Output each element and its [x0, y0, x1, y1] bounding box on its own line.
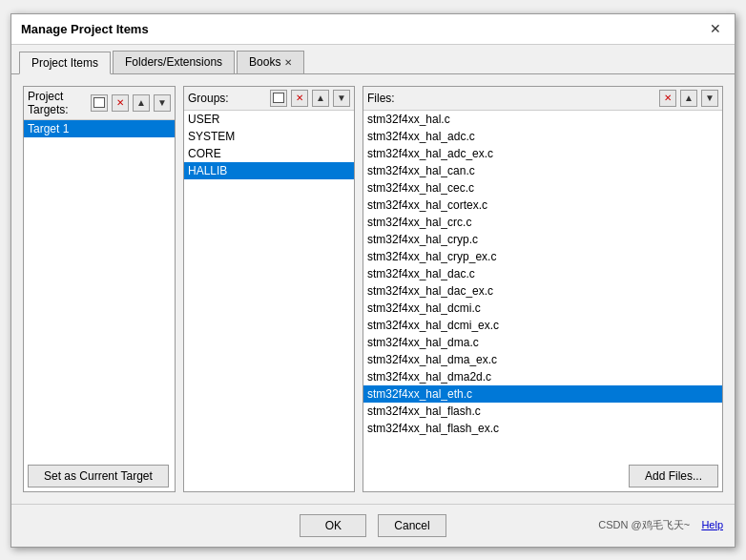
groups-title: Groups: — [188, 92, 266, 105]
watermark-text: CSDN @鸡毛飞天~ Help — [598, 518, 723, 532]
targets-bottom: Set as Current Target — [24, 461, 175, 491]
groups-new-button[interactable] — [270, 90, 287, 107]
file-item[interactable]: stm32f4xx_hal_dac.c — [363, 265, 722, 282]
delete-target-icon — [116, 97, 124, 108]
groups-down-button[interactable] — [333, 90, 350, 107]
file-item[interactable]: stm32f4xx_hal_cec.c — [363, 179, 722, 197]
files-bottom: Add Files... — [363, 461, 722, 491]
groups-header: Groups: — [184, 87, 354, 111]
title-bar: Manage Project Items ✕ — [11, 14, 735, 45]
panels-container: Project Targets: Target 1 — [23, 86, 723, 492]
new-target-icon — [93, 97, 105, 108]
down-file-icon — [705, 93, 715, 103]
up-group-icon — [316, 93, 325, 103]
file-item[interactable]: stm32f4xx_hal_crc.c — [363, 214, 722, 231]
groups-list[interactable]: USERSYSTEMCOREHALLIB — [184, 111, 354, 491]
targets-list[interactable]: Target 1 — [24, 120, 175, 461]
dialog-title: Manage Project Items — [21, 22, 149, 36]
files-up-button[interactable] — [680, 90, 697, 107]
file-item[interactable]: stm32f4xx_hal_dcmi.c — [363, 300, 722, 317]
file-item[interactable]: stm32f4xx_hal_dcmi_ex.c — [363, 317, 722, 334]
groups-delete-button[interactable] — [291, 90, 308, 107]
targets-title: Project Targets: — [28, 90, 87, 116]
file-item[interactable]: stm32f4xx_hal_eth.c — [363, 385, 722, 403]
files-panel: Files: stm32f4xx_hal.cstm32f4xx_hal_adc.… — [363, 86, 723, 492]
targets-down-button[interactable] — [154, 94, 171, 112]
file-item[interactable]: stm32f4xx_hal_dma2d.c — [363, 368, 722, 385]
targets-new-button[interactable] — [91, 94, 108, 112]
file-item[interactable]: stm32f4xx_hal_dma.c — [363, 334, 722, 351]
groups-panel: Groups: USERSYSTEMCOREHALLIB — [183, 86, 355, 492]
up-target-icon — [136, 97, 146, 108]
file-item[interactable]: stm32f4xx_hal_can.c — [363, 162, 722, 179]
ok-button[interactable]: OK — [300, 514, 366, 537]
targets-up-button[interactable] — [133, 94, 150, 112]
files-header: Files: — [363, 87, 722, 111]
help-link[interactable]: Help — [701, 519, 723, 530]
manage-project-items-dialog: Manage Project Items ✕ Project Items Fol… — [10, 13, 736, 548]
files-delete-button[interactable] — [659, 90, 676, 107]
file-item[interactable]: stm32f4xx_hal_adc.c — [363, 128, 722, 145]
files-list[interactable]: stm32f4xx_hal.cstm32f4xx_hal_adc.cstm32f… — [363, 111, 722, 461]
group-item[interactable]: SYSTEM — [184, 128, 354, 145]
file-item[interactable]: stm32f4xx_hal_flash_ex.c — [363, 420, 722, 437]
file-item[interactable]: stm32f4xx_hal_adc_ex.c — [363, 145, 722, 162]
targets-panel: Project Targets: Target 1 — [23, 86, 176, 492]
close-button[interactable]: ✕ — [706, 19, 725, 38]
new-group-icon — [273, 93, 284, 103]
delete-file-icon — [664, 93, 672, 103]
file-item[interactable]: stm32f4xx_hal_cryp.c — [363, 231, 722, 248]
tabs-bar: Project Items Folders/Extensions Books ✕ — [11, 45, 735, 74]
group-item[interactable]: CORE — [184, 145, 354, 162]
file-item[interactable]: stm32f4xx_hal_cortex.c — [363, 197, 722, 214]
books-tab-close-icon[interactable]: ✕ — [284, 57, 292, 68]
dialog-footer: OK Cancel CSDN @鸡毛飞天~ Help — [11, 504, 735, 547]
files-down-button[interactable] — [701, 90, 718, 107]
file-item[interactable]: stm32f4xx_hal_flash.c — [363, 403, 722, 420]
down-group-icon — [337, 93, 346, 103]
set-current-target-button[interactable]: Set as Current Target — [28, 465, 169, 487]
dialog-content: Project Targets: Target 1 — [11, 74, 735, 504]
up-file-icon — [684, 93, 694, 103]
file-item[interactable]: stm32f4xx_hal.c — [363, 111, 722, 128]
group-item[interactable]: HALLIB — [184, 162, 354, 179]
add-files-button[interactable]: Add Files... — [629, 465, 718, 487]
down-target-icon — [157, 97, 167, 108]
file-item[interactable]: stm32f4xx_hal_dma_ex.c — [363, 351, 722, 368]
delete-group-icon — [296, 93, 303, 103]
targets-delete-button[interactable] — [112, 94, 129, 112]
tab-project-items[interactable]: Project Items — [19, 52, 111, 74]
files-title: Files: — [367, 92, 655, 105]
file-item[interactable]: stm32f4xx_hal_cryp_ex.c — [363, 248, 722, 265]
targets-header: Project Targets: — [24, 87, 175, 120]
group-item[interactable]: USER — [184, 111, 354, 128]
target-item[interactable]: Target 1 — [24, 120, 175, 137]
groups-up-button[interactable] — [312, 90, 329, 107]
tab-books[interactable]: Books ✕ — [237, 51, 304, 73]
tab-folders-extensions[interactable]: Folders/Extensions — [113, 51, 235, 73]
file-item[interactable]: stm32f4xx_hal_dac_ex.c — [363, 282, 722, 300]
cancel-button[interactable]: Cancel — [378, 514, 446, 537]
